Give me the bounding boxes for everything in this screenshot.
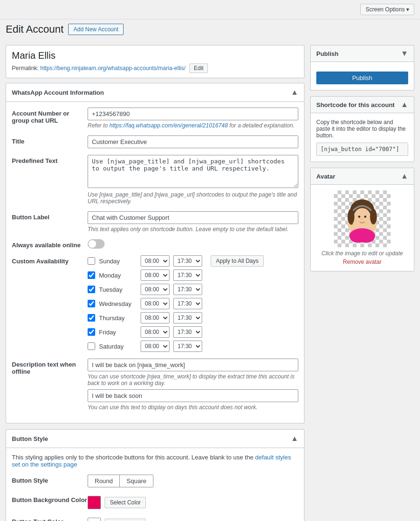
wednesday-label: Wednesday: [99, 300, 137, 307]
screen-options-button[interactable]: Screen Options ▾: [360, 4, 414, 15]
monday-start-select[interactable]: 08:00: [141, 269, 170, 281]
bg-color-field: Select Color: [88, 494, 298, 509]
whatsapp-section-header[interactable]: WhatsApp Account Information ▲: [6, 83, 304, 102]
sidebar: Publish ▼ Publish Shortcode for this acc…: [310, 45, 414, 277]
avatar-image[interactable]: [334, 190, 391, 247]
avail-row-saturday: Saturday 08:00 17:30: [88, 341, 298, 352]
account-name-box: Maria Ellis Permalink: https://beng.ninj…: [6, 45, 304, 78]
button-style-field: Round Square: [88, 475, 298, 487]
custom-availability-label: Custom Availability: [12, 255, 88, 265]
thursday-start-select[interactable]: 08:00: [141, 312, 170, 323]
text-color-swatch[interactable]: [88, 518, 101, 521]
sunday-start-select[interactable]: 08:00: [141, 255, 170, 267]
avatar-panel-body: Click the image to edit or update Remove…: [311, 185, 414, 271]
bg-select-color-button[interactable]: Select Color: [105, 497, 146, 508]
always-available-label: Always available online: [12, 239, 88, 249]
avatar-container: Click the image to edit or update Remove…: [316, 190, 408, 265]
friday-checkbox[interactable]: [88, 328, 95, 336]
monday-checkbox[interactable]: [88, 271, 95, 279]
friday-start-select[interactable]: 08:00: [141, 326, 170, 338]
avail-row-tuesday: Tuesday 08:00 17:30: [88, 284, 298, 295]
button-style-section: Button Style ▲ This styling applies only…: [6, 429, 304, 521]
description-offline-row: Description text when offline You can us…: [12, 359, 298, 411]
add-new-account-button[interactable]: Add New Account: [68, 24, 124, 35]
always-available-toggle[interactable]: [88, 239, 105, 249]
account-number-field: Refer to https://faq.whatsapp.com/en/gen…: [88, 108, 298, 129]
tuesday-start-select[interactable]: 08:00: [141, 284, 170, 295]
svg-point-2: [354, 208, 371, 227]
account-name-heading: Maria Ellis: [12, 50, 298, 61]
bg-color-row: Button Background Color Select Color: [12, 494, 298, 509]
saturday-checkbox[interactable]: [88, 342, 95, 350]
text-color-swatch-row: Select Color: [88, 518, 298, 521]
description-offline-input[interactable]: [88, 359, 298, 371]
wednesday-end-select[interactable]: 17:30: [173, 298, 202, 309]
custom-availability-field: Sunday 08:00 17:30 Apply to All Days Mon…: [88, 255, 298, 352]
button-label-input[interactable]: [88, 211, 298, 224]
sunday-checkbox[interactable]: [88, 257, 95, 265]
text-color-row: Button Text Color Select Color: [12, 516, 298, 521]
publish-panel-body: Publish: [311, 62, 414, 90]
tuesday-checkbox[interactable]: [88, 286, 95, 293]
account-number-input[interactable]: [88, 108, 298, 120]
publish-panel-title: Publish: [316, 50, 339, 57]
avatar-panel-header[interactable]: Avatar ▲: [311, 168, 414, 185]
predefined-text-label: Predefined Text: [12, 155, 88, 164]
svg-point-4: [364, 216, 366, 218]
title-row: Title: [12, 135, 298, 148]
description-offline-hint: You can use shortcode [njwa_time_work] t…: [88, 373, 298, 386]
friday-label: Friday: [99, 329, 137, 336]
tuesday-end-select[interactable]: 17:30: [173, 284, 202, 295]
bg-color-swatch[interactable]: [88, 496, 101, 509]
square-style-button[interactable]: Square: [120, 475, 153, 487]
predefined-text-textarea[interactable]: Use [njwa_page_title] and [njwa_page_url…: [88, 155, 298, 188]
custom-availability-row: Custom Availability Sunday 08:00 17:30 A…: [12, 255, 298, 352]
toggle-knob: [89, 240, 96, 248]
bg-color-label: Button Background Color: [12, 494, 88, 503]
saturday-start-select[interactable]: 08:00: [141, 341, 170, 352]
avail-row-sunday: Sunday 08:00 17:30 Apply to All Days: [88, 255, 298, 267]
shortcode-panel-title: Shortcode for this account: [316, 101, 394, 108]
button-style-intro: This styling applies only to the shortco…: [12, 454, 298, 468]
title-label: Title: [12, 135, 88, 145]
publish-button[interactable]: Publish: [316, 72, 408, 84]
account-number-row: Account Number or group chat URL Refer t…: [12, 108, 298, 129]
always-available-row: Always available online: [12, 239, 298, 249]
predefined-text-row: Predefined Text Use [njwa_page_title] an…: [12, 155, 298, 205]
button-style-section-header[interactable]: Button Style ▲: [6, 430, 304, 448]
shortcode-panel-body: Copy the shortcode below and paste it in…: [311, 113, 414, 162]
remove-avatar-link[interactable]: Remove avatar: [316, 259, 408, 265]
description-offline-field: You can use shortcode [njwa_time_work] t…: [88, 359, 298, 411]
button-style-label: Button Style: [12, 475, 88, 484]
whatsapp-section-title: WhatsApp Account Information: [12, 89, 104, 96]
monday-end-select[interactable]: 17:30: [173, 269, 202, 281]
predefined-text-hint: Use [njwa_page_title] and [njwa_page_url…: [88, 191, 298, 205]
title-input[interactable]: [88, 135, 298, 148]
button-style-row: Button Style Round Square: [12, 475, 298, 487]
friday-end-select[interactable]: 17:30: [173, 326, 202, 338]
wednesday-start-select[interactable]: 08:00: [141, 298, 170, 309]
svg-point-10: [348, 209, 355, 225]
permalink-url[interactable]: https://beng.ninjateam.org/whatsapp-acco…: [40, 65, 186, 72]
description-offdays-input[interactable]: [88, 389, 298, 402]
apply-all-days-button[interactable]: Apply to All Days: [211, 255, 264, 267]
wednesday-checkbox[interactable]: [88, 300, 95, 307]
round-style-button[interactable]: Round: [88, 475, 120, 487]
thursday-label: Thursday: [99, 314, 137, 322]
account-number-hint: Refer to https://faq.whatsapp.com/en/gen…: [88, 122, 298, 129]
thursday-checkbox[interactable]: [88, 314, 95, 322]
publish-panel-header[interactable]: Publish ▼: [311, 45, 414, 62]
whatsapp-section-body: Account Number or group chat URL Refer t…: [6, 102, 304, 423]
saturday-end-select[interactable]: 17:30: [173, 341, 202, 352]
shortcode-panel-header[interactable]: Shortcode for this account ▲: [311, 97, 414, 113]
shortcode-description: Copy the shortcode below and paste it in…: [316, 119, 408, 139]
thursday-end-select[interactable]: 17:30: [173, 312, 202, 323]
text-select-color-button[interactable]: Select Color: [105, 519, 146, 521]
shortcode-value[interactable]: [njwa_button id="7007"]: [316, 143, 408, 156]
avatar-collapse-icon: ▲: [401, 172, 408, 180]
account-number-hint-link[interactable]: https://faq.whatsapp.com/en/general/2101…: [109, 122, 228, 129]
bg-color-swatch-row: Select Color: [88, 496, 298, 509]
sunday-end-select[interactable]: 17:30: [173, 255, 202, 267]
publish-collapse-icon: ▼: [401, 49, 408, 58]
permalink-edit-button[interactable]: Edit: [189, 63, 208, 73]
